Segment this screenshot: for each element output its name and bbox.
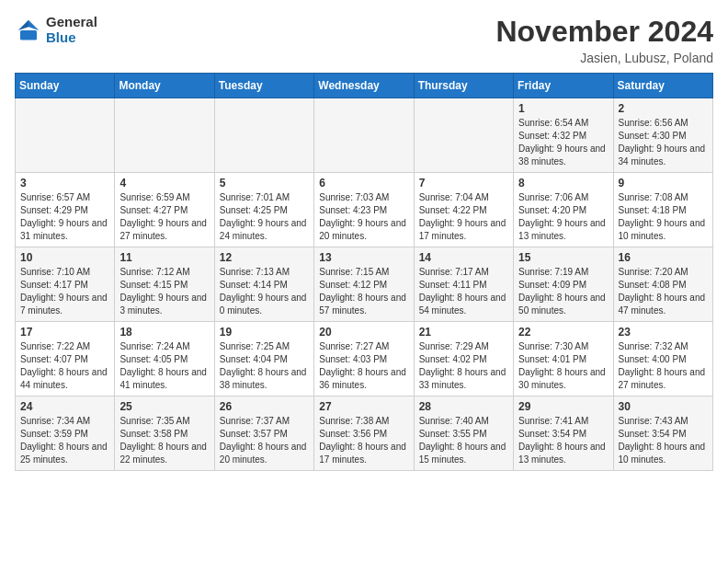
day-info: Sunrise: 7:38 AM Sunset: 3:56 PM Dayligh…	[319, 415, 408, 466]
day-info: Sunrise: 7:41 AM Sunset: 3:54 PM Dayligh…	[518, 415, 608, 466]
day-number: 16	[619, 251, 708, 264]
day-cell	[414, 98, 513, 173]
day-number: 21	[419, 326, 508, 339]
day-number: 2	[619, 102, 708, 115]
day-header-thursday: Thursday	[414, 74, 513, 98]
day-number: 26	[220, 400, 309, 413]
day-cell: 2Sunrise: 6:56 AM Sunset: 4:30 PM Daylig…	[613, 98, 712, 173]
svg-marker-0	[28, 19, 39, 29]
day-number: 13	[319, 251, 408, 264]
day-number: 4	[119, 177, 209, 190]
day-cell	[16, 98, 115, 173]
day-header-wednesday: Wednesday	[314, 74, 414, 98]
day-info: Sunrise: 7:32 AM Sunset: 4:00 PM Dayligh…	[619, 340, 708, 392]
day-cell: 5Sunrise: 7:01 AM Sunset: 4:25 PM Daylig…	[214, 173, 313, 247]
day-number: 18	[119, 326, 209, 339]
day-cell: 10Sunrise: 7:10 AM Sunset: 4:17 PM Dayli…	[16, 247, 115, 322]
day-header-saturday: Saturday	[613, 74, 712, 98]
day-number: 11	[119, 251, 209, 264]
week-row-1: 1Sunrise: 6:54 AM Sunset: 4:32 PM Daylig…	[16, 98, 713, 173]
day-header-monday: Monday	[115, 74, 214, 98]
day-cell: 27Sunrise: 7:38 AM Sunset: 3:56 PM Dayli…	[314, 396, 414, 471]
day-info: Sunrise: 7:37 AM Sunset: 3:57 PM Dayligh…	[220, 415, 309, 466]
week-row-3: 10Sunrise: 7:10 AM Sunset: 4:17 PM Dayli…	[16, 247, 713, 322]
day-number: 15	[518, 251, 608, 264]
day-info: Sunrise: 7:40 AM Sunset: 3:55 PM Dayligh…	[419, 415, 508, 466]
page-header: General Blue November 2024 Jasien, Lubus…	[15, 15, 713, 65]
day-info: Sunrise: 7:15 AM Sunset: 4:12 PM Dayligh…	[319, 266, 408, 317]
day-number: 12	[220, 251, 309, 264]
day-cell: 24Sunrise: 7:34 AM Sunset: 3:59 PM Dayli…	[16, 396, 115, 471]
day-number: 28	[419, 400, 508, 413]
day-number: 9	[619, 177, 708, 190]
header-row: SundayMondayTuesdayWednesdayThursdayFrid…	[16, 74, 713, 98]
day-cell: 29Sunrise: 7:41 AM Sunset: 3:54 PM Dayli…	[514, 396, 613, 471]
day-header-sunday: Sunday	[16, 74, 115, 98]
svg-marker-1	[18, 19, 28, 29]
logo-text: General Blue	[46, 15, 97, 45]
day-cell: 3Sunrise: 6:57 AM Sunset: 4:29 PM Daylig…	[16, 173, 115, 247]
day-cell: 4Sunrise: 6:59 AM Sunset: 4:27 PM Daylig…	[115, 173, 214, 247]
day-number: 7	[419, 177, 508, 190]
day-info: Sunrise: 7:10 AM Sunset: 4:17 PM Dayligh…	[20, 266, 109, 317]
day-cell: 20Sunrise: 7:27 AM Sunset: 4:03 PM Dayli…	[314, 322, 414, 396]
day-cell: 6Sunrise: 7:03 AM Sunset: 4:23 PM Daylig…	[314, 173, 414, 247]
day-cell: 11Sunrise: 7:12 AM Sunset: 4:15 PM Dayli…	[115, 247, 214, 322]
day-cell: 26Sunrise: 7:37 AM Sunset: 3:57 PM Dayli…	[214, 396, 313, 471]
day-info: Sunrise: 6:59 AM Sunset: 4:27 PM Dayligh…	[119, 191, 209, 243]
day-cell: 7Sunrise: 7:04 AM Sunset: 4:22 PM Daylig…	[414, 173, 513, 247]
day-number: 20	[319, 326, 408, 339]
day-info: Sunrise: 6:54 AM Sunset: 4:32 PM Dayligh…	[518, 117, 608, 168]
week-row-5: 24Sunrise: 7:34 AM Sunset: 3:59 PM Dayli…	[16, 396, 713, 471]
day-number: 8	[518, 177, 608, 190]
week-row-2: 3Sunrise: 6:57 AM Sunset: 4:29 PM Daylig…	[16, 173, 713, 247]
day-header-friday: Friday	[514, 74, 613, 98]
day-number: 1	[518, 102, 608, 115]
day-info: Sunrise: 7:13 AM Sunset: 4:14 PM Dayligh…	[220, 266, 309, 317]
day-info: Sunrise: 7:08 AM Sunset: 4:18 PM Dayligh…	[619, 191, 708, 243]
calendar-body: 1Sunrise: 6:54 AM Sunset: 4:32 PM Daylig…	[16, 98, 713, 471]
day-cell: 9Sunrise: 7:08 AM Sunset: 4:18 PM Daylig…	[613, 173, 712, 247]
day-cell: 23Sunrise: 7:32 AM Sunset: 4:00 PM Dayli…	[613, 322, 712, 396]
day-number: 22	[518, 326, 608, 339]
day-cell	[214, 98, 313, 173]
day-cell: 13Sunrise: 7:15 AM Sunset: 4:12 PM Dayli…	[314, 247, 414, 322]
day-cell	[115, 98, 214, 173]
day-info: Sunrise: 7:30 AM Sunset: 4:01 PM Dayligh…	[518, 340, 608, 392]
day-cell: 15Sunrise: 7:19 AM Sunset: 4:09 PM Dayli…	[514, 247, 613, 322]
logo-general: General	[46, 15, 97, 30]
logo: General Blue	[15, 15, 97, 45]
day-cell: 8Sunrise: 7:06 AM Sunset: 4:20 PM Daylig…	[514, 173, 613, 247]
day-info: Sunrise: 6:56 AM Sunset: 4:30 PM Dayligh…	[619, 117, 708, 168]
day-info: Sunrise: 7:43 AM Sunset: 3:54 PM Dayligh…	[619, 415, 708, 466]
day-cell: 25Sunrise: 7:35 AM Sunset: 3:58 PM Dayli…	[115, 396, 214, 471]
day-cell: 19Sunrise: 7:25 AM Sunset: 4:04 PM Dayli…	[214, 322, 313, 396]
calendar-table: SundayMondayTuesdayWednesdayThursdayFrid…	[15, 73, 713, 471]
day-number: 17	[20, 326, 109, 339]
day-info: Sunrise: 7:01 AM Sunset: 4:25 PM Dayligh…	[220, 191, 309, 243]
day-number: 10	[20, 251, 109, 264]
day-info: Sunrise: 7:34 AM Sunset: 3:59 PM Dayligh…	[20, 415, 109, 466]
day-header-tuesday: Tuesday	[214, 74, 313, 98]
location: Jasien, Lubusz, Poland	[495, 51, 713, 65]
day-info: Sunrise: 7:03 AM Sunset: 4:23 PM Dayligh…	[319, 191, 408, 243]
day-number: 25	[119, 400, 209, 413]
day-cell	[314, 98, 414, 173]
day-cell: 28Sunrise: 7:40 AM Sunset: 3:55 PM Dayli…	[414, 396, 513, 471]
day-number: 23	[619, 326, 708, 339]
day-info: Sunrise: 7:35 AM Sunset: 3:58 PM Dayligh…	[119, 415, 209, 466]
day-cell: 1Sunrise: 6:54 AM Sunset: 4:32 PM Daylig…	[514, 98, 613, 173]
week-row-4: 17Sunrise: 7:22 AM Sunset: 4:07 PM Dayli…	[16, 322, 713, 396]
day-cell: 17Sunrise: 7:22 AM Sunset: 4:07 PM Dayli…	[16, 322, 115, 396]
day-cell: 30Sunrise: 7:43 AM Sunset: 3:54 PM Dayli…	[613, 396, 712, 471]
day-number: 14	[419, 251, 508, 264]
logo-icon	[15, 17, 42, 44]
day-info: Sunrise: 7:17 AM Sunset: 4:11 PM Dayligh…	[419, 266, 508, 317]
day-number: 3	[20, 177, 109, 190]
day-cell: 21Sunrise: 7:29 AM Sunset: 4:02 PM Dayli…	[414, 322, 513, 396]
day-info: Sunrise: 6:57 AM Sunset: 4:29 PM Dayligh…	[20, 191, 109, 243]
day-cell: 18Sunrise: 7:24 AM Sunset: 4:05 PM Dayli…	[115, 322, 214, 396]
day-info: Sunrise: 7:27 AM Sunset: 4:03 PM Dayligh…	[319, 340, 408, 392]
day-number: 6	[319, 177, 408, 190]
title-block: November 2024 Jasien, Lubusz, Poland	[495, 15, 713, 65]
